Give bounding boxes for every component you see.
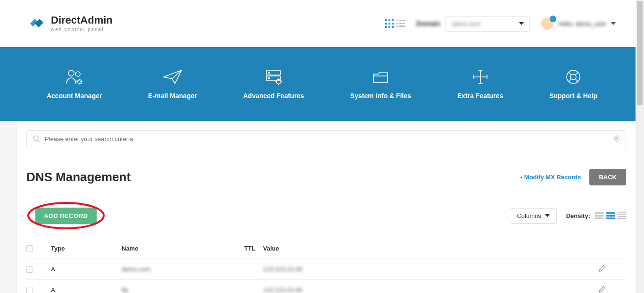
- row-checkbox[interactable]: [26, 266, 33, 273]
- content-panel: DNS Management Modify MX Records BACK AD…: [17, 122, 636, 293]
- user-greeting: Hello, demo_user: [558, 20, 606, 27]
- page-title: DNS Management: [26, 170, 131, 184]
- svg-rect-1: [388, 19, 390, 21]
- col-ttl[interactable]: TTL: [244, 245, 263, 252]
- nav-extra-features[interactable]: Extra Features: [457, 68, 503, 100]
- domain-select[interactable]: demo.com: [445, 16, 530, 32]
- scrollbar[interactable]: [636, 0, 644, 293]
- nav-label: Extra Features: [457, 92, 503, 100]
- brand-icon: [28, 15, 45, 32]
- svg-point-25: [33, 136, 38, 141]
- svg-point-16: [75, 72, 80, 76]
- users-icon: [65, 68, 84, 85]
- cell-type: A: [51, 286, 122, 293]
- scroll-thumb[interactable]: [637, 1, 643, 105]
- svg-point-15: [68, 70, 74, 76]
- cell-name: demo.com.: [122, 266, 244, 273]
- nav-advanced-features[interactable]: Advanced Features: [243, 68, 304, 100]
- columns-label: Columns: [517, 212, 541, 219]
- svg-rect-3: [385, 23, 387, 25]
- dns-table: Type Name TTL Value A demo.com. 123.123.…: [26, 238, 626, 293]
- select-all-checkbox[interactable]: [26, 245, 33, 252]
- svg-rect-11: [396, 23, 398, 24]
- search-bar: [26, 130, 626, 147]
- edit-row-button[interactable]: [598, 264, 626, 274]
- table-header: Type Name TTL Value: [26, 238, 626, 259]
- main-nav: Account Manager E-mail Manager Advanced …: [0, 47, 644, 121]
- pencil-icon: [598, 285, 606, 293]
- chevron-down-icon: [519, 22, 524, 25]
- domain-label: Domain: [416, 20, 440, 27]
- back-button[interactable]: BACK: [589, 169, 626, 185]
- list-view-icon[interactable]: [396, 19, 405, 28]
- toolbar: ADD RECORD Columns Density:: [26, 201, 626, 230]
- svg-point-26: [615, 138, 618, 140]
- row-checkbox[interactable]: [26, 287, 33, 293]
- density-label: Density:: [566, 212, 590, 219]
- top-bar: DirectAdmin web control panel Domain dem…: [0, 0, 644, 47]
- table-row: A ftp 123.123.23.45: [26, 280, 626, 293]
- cell-value: 123.123.23.45: [263, 266, 527, 273]
- svg-rect-14: [399, 25, 405, 27]
- brand-tagline: web control panel: [51, 27, 113, 32]
- nav-email-manager[interactable]: E-mail Manager: [148, 68, 197, 100]
- chevron-down-icon: [611, 22, 616, 25]
- server-gear-icon: [264, 68, 283, 85]
- search-input[interactable]: [45, 135, 608, 142]
- svg-rect-10: [399, 20, 405, 21]
- grid-view-icon[interactable]: [385, 19, 394, 28]
- domain-selector-group: Domain demo.com: [416, 16, 530, 32]
- svg-point-21: [269, 78, 270, 79]
- svg-rect-12: [399, 23, 405, 24]
- density-comfortable-icon[interactable]: [595, 212, 603, 219]
- domain-value: demo.com: [452, 20, 481, 27]
- gear-icon[interactable]: [612, 135, 620, 142]
- nav-label: Advanced Features: [243, 92, 304, 100]
- pencil-icon: [598, 264, 606, 273]
- svg-point-22: [276, 79, 281, 84]
- folder-icon: [371, 68, 390, 85]
- logo[interactable]: DirectAdmin web control panel: [28, 15, 113, 32]
- col-type[interactable]: Type: [51, 245, 122, 252]
- svg-rect-13: [396, 25, 398, 27]
- nav-label: System Info & Files: [350, 92, 411, 100]
- nav-label: Support & Help: [549, 92, 597, 100]
- table-row: A demo.com. 123.123.23.45: [26, 259, 626, 280]
- svg-rect-7: [388, 26, 390, 28]
- svg-rect-0: [385, 19, 387, 21]
- svg-rect-6: [385, 26, 387, 28]
- columns-dropdown[interactable]: Columns: [510, 208, 556, 224]
- brand-name: DirectAdmin: [51, 15, 113, 25]
- svg-point-27: [28, 203, 104, 228]
- paper-plane-icon: [163, 68, 182, 85]
- avatar: [541, 17, 553, 30]
- nav-label: E-mail Manager: [148, 92, 197, 100]
- density-compact-icon[interactable]: [618, 212, 626, 219]
- search-icon: [33, 135, 40, 142]
- svg-rect-4: [388, 23, 390, 25]
- cell-value: 123.123.23.45: [263, 286, 527, 293]
- col-value[interactable]: Value: [263, 245, 527, 252]
- nav-support-help[interactable]: Support & Help: [549, 68, 597, 100]
- svg-rect-2: [392, 19, 394, 21]
- chevron-down-icon: [545, 214, 550, 217]
- nav-account-manager[interactable]: Account Manager: [47, 68, 102, 100]
- svg-rect-9: [396, 20, 398, 21]
- svg-point-20: [269, 72, 270, 74]
- user-menu[interactable]: Hello, demo_user: [541, 17, 616, 30]
- plus-icon: [471, 68, 490, 85]
- nav-system-info[interactable]: System Info & Files: [350, 68, 411, 100]
- edit-row-button[interactable]: [598, 285, 626, 293]
- svg-rect-8: [392, 26, 394, 28]
- modify-mx-link[interactable]: Modify MX Records: [520, 174, 581, 181]
- density-control: Density:: [566, 212, 626, 219]
- density-normal-icon[interactable]: [606, 212, 615, 219]
- cell-type: A: [51, 266, 122, 273]
- highlight-annotation: [26, 201, 106, 230]
- col-name[interactable]: Name: [122, 245, 244, 252]
- nav-label: Account Manager: [47, 92, 102, 100]
- svg-rect-5: [392, 23, 394, 25]
- lifebuoy-icon: [563, 68, 583, 85]
- svg-point-24: [570, 74, 576, 80]
- title-row: DNS Management Modify MX Records BACK: [26, 169, 626, 185]
